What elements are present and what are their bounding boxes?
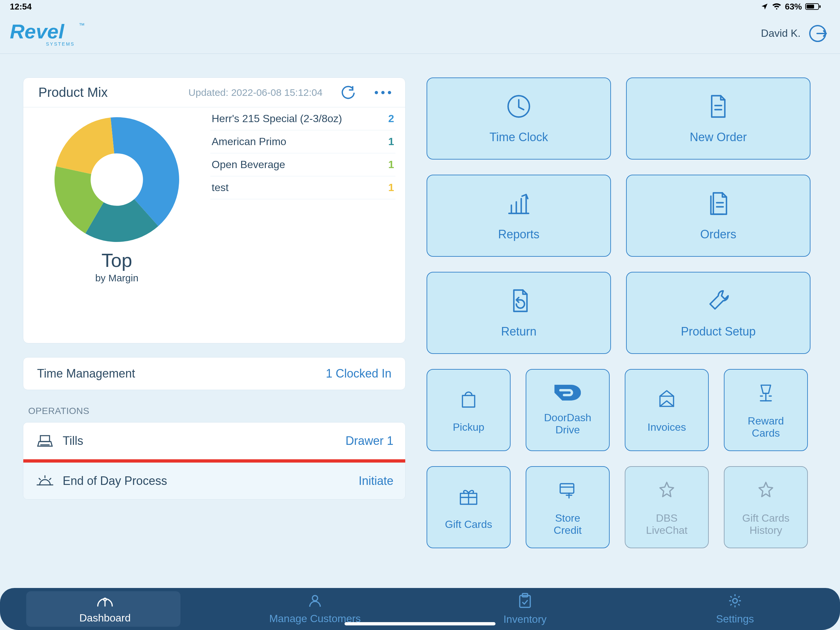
return-tile[interactable]: Return xyxy=(426,272,611,354)
left-column: Product Mix Updated: 2022-06-08 15:12:04… xyxy=(23,78,406,564)
return-icon xyxy=(506,288,532,317)
nav-dashboard[interactable]: Dashboard xyxy=(0,588,210,630)
svg-point-15 xyxy=(313,595,317,601)
time-management-status: 1 Clocked In xyxy=(326,367,392,380)
product-mix-item-name: Herr's 215 Special (2-3/8oz) xyxy=(212,112,342,125)
time-management-label: Time Management xyxy=(37,367,135,380)
refresh-button[interactable] xyxy=(341,85,355,100)
status-battery-pct: 63% xyxy=(785,2,802,12)
product-mix-item-name: Open Beverage xyxy=(212,158,285,171)
eod-row[interactable]: End of Day Process Initiate xyxy=(23,462,405,499)
eod-highlight: End of Day Process Initiate xyxy=(23,459,406,500)
gift-cards-history-tile[interactable]: Gift CardsHistory xyxy=(724,466,808,548)
svg-point-8 xyxy=(381,91,385,94)
status-right: 63% xyxy=(761,2,822,12)
pickup-icon xyxy=(457,387,480,413)
product-mix-item-name: American Primo xyxy=(212,136,286,148)
svg-point-14 xyxy=(104,598,106,601)
home-indicator xyxy=(344,622,496,625)
product-mix-item-count: 1 xyxy=(388,182,394,194)
svg-text:™: ™ xyxy=(79,22,85,28)
product-mix-item-count: 1 xyxy=(388,158,394,171)
nav-label: Settings xyxy=(716,613,754,625)
user-name: David K. xyxy=(761,27,801,40)
tile-label: Pickup xyxy=(453,421,484,433)
dbs-livechat-tile[interactable]: DBSLiveChat xyxy=(625,466,709,548)
operations-heading: OPERATIONS xyxy=(28,406,406,416)
product-mix-updated: Updated: 2022-06-08 15:12:04 xyxy=(188,87,322,98)
reports-icon xyxy=(506,190,532,220)
right-column: Time ClockNew OrderReportsOrdersReturnPr… xyxy=(426,78,819,564)
product-mix-item-count: 2 xyxy=(388,112,394,125)
new-order-tile[interactable]: New Order xyxy=(626,78,810,160)
eod-label: End of Day Process xyxy=(63,474,167,488)
svg-point-9 xyxy=(388,91,391,94)
doordash-drive-tile[interactable]: DoorDashDrive xyxy=(526,369,609,451)
battery-icon xyxy=(805,3,822,11)
tile-label: Time Clock xyxy=(489,130,548,144)
wifi-icon xyxy=(772,3,782,11)
store-credit-tile[interactable]: StoreCredit xyxy=(526,466,609,548)
bottom-nav: DashboardManage CustomersInventorySettin… xyxy=(0,588,840,630)
manage-customers-icon xyxy=(308,594,322,611)
product-mix-list: Herr's 215 Special (2-3/8oz)2American Pr… xyxy=(210,108,405,343)
dbs-livechat-icon xyxy=(655,478,679,504)
tile-label: RewardCards xyxy=(748,415,784,439)
time-clock-icon xyxy=(506,93,532,122)
nav-label: Dashboard xyxy=(79,612,131,624)
orders-icon xyxy=(705,190,731,220)
more-button[interactable] xyxy=(374,90,392,95)
location-icon xyxy=(761,3,769,11)
reward-cards-tile[interactable]: RewardCards xyxy=(724,369,808,451)
tile-label: Invoices xyxy=(647,421,686,433)
store-credit-icon xyxy=(556,478,579,504)
product-mix-item[interactable]: Open Beverage1 xyxy=(210,153,395,176)
time-clock-tile[interactable]: Time Clock xyxy=(426,78,611,160)
tills-row[interactable]: Tills Drawer 1 xyxy=(23,423,405,459)
reports-tile[interactable]: Reports xyxy=(426,175,611,257)
product-mix-item-name: test xyxy=(212,182,229,194)
svg-point-7 xyxy=(375,91,378,94)
product-mix-caption-big: Top xyxy=(95,249,139,271)
product-mix-item[interactable]: test1 xyxy=(210,176,395,199)
inventory-icon xyxy=(518,593,532,611)
product-setup-icon xyxy=(705,288,731,317)
status-bar: 12:54 63% xyxy=(0,0,840,13)
gift-cards-tile[interactable]: Gift Cards xyxy=(426,466,510,548)
user-area: David K. xyxy=(761,24,827,43)
nav-settings[interactable]: Settings xyxy=(630,588,840,630)
orders-tile[interactable]: Orders xyxy=(626,175,810,257)
app-header: Revel ™ SYSTEMS David K. xyxy=(0,13,840,54)
tile-label: DBSLiveChat xyxy=(646,512,687,537)
product-setup-tile[interactable]: Product Setup xyxy=(626,272,810,354)
svg-rect-2 xyxy=(807,5,814,8)
reward-cards-icon xyxy=(754,381,778,407)
dashboard-icon xyxy=(96,594,114,610)
svg-point-18 xyxy=(733,598,737,603)
svg-text:SYSTEMS: SYSTEMS xyxy=(46,41,75,47)
product-mix-donut-chart xyxy=(51,114,182,245)
invoices-tile[interactable]: Invoices xyxy=(625,369,709,451)
svg-rect-1 xyxy=(819,5,821,8)
tiles-large-area: Time ClockNew OrderReportsOrdersReturnPr… xyxy=(426,78,819,354)
brand-logo: Revel ™ SYSTEMS xyxy=(10,19,88,47)
operations-card: Tills Drawer 1 End of Day Process Initia… xyxy=(23,422,406,500)
invoices-icon xyxy=(655,387,679,413)
main: Product Mix Updated: 2022-06-08 15:12:04… xyxy=(0,66,840,578)
product-mix-item[interactable]: Herr's 215 Special (2-3/8oz)2 xyxy=(210,108,395,130)
nav-label: Inventory xyxy=(503,613,547,625)
product-mix-item[interactable]: American Primo1 xyxy=(210,130,395,153)
new-order-icon xyxy=(705,93,731,122)
tile-label: StoreCredit xyxy=(554,512,581,537)
product-mix-item-count: 1 xyxy=(388,136,394,148)
tile-label: Product Setup xyxy=(681,324,756,338)
time-management-row[interactable]: Time Management 1 Clocked In xyxy=(23,357,406,390)
tile-label: Reports xyxy=(498,228,540,241)
eod-action: Initiate xyxy=(358,474,393,488)
gift-cards-icon xyxy=(457,484,480,511)
logout-button[interactable] xyxy=(808,24,827,43)
pickup-tile[interactable]: Pickup xyxy=(426,369,510,451)
svg-rect-13 xyxy=(560,484,573,494)
product-mix-card: Product Mix Updated: 2022-06-08 15:12:04… xyxy=(23,78,406,343)
tile-label: Orders xyxy=(700,228,736,241)
